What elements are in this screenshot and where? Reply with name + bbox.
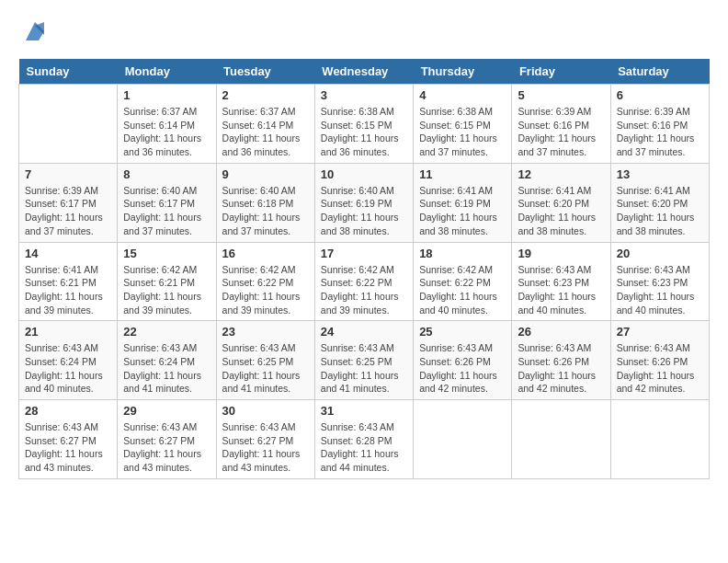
- day-info: Sunrise: 6:37 AMSunset: 6:14 PMDaylight:…: [123, 105, 210, 159]
- day-info: Sunrise: 6:41 AMSunset: 6:20 PMDaylight:…: [518, 184, 604, 238]
- day-number: 1: [123, 88, 210, 102]
- day-cell: 26Sunrise: 6:43 AMSunset: 6:26 PMDayligh…: [512, 321, 610, 400]
- day-info: Sunrise: 6:42 AMSunset: 6:21 PMDaylight:…: [123, 263, 210, 317]
- day-number: 17: [321, 247, 407, 260]
- day-cell: 16Sunrise: 6:42 AMSunset: 6:22 PMDayligh…: [216, 242, 314, 321]
- header-row: SundayMondayTuesdayWednesdayThursdayFrid…: [19, 59, 710, 85]
- column-header-tuesday: Tuesday: [216, 59, 314, 85]
- day-info: Sunrise: 6:38 AMSunset: 6:15 PMDaylight:…: [419, 105, 506, 159]
- page-header: [18, 18, 710, 44]
- day-info: Sunrise: 6:43 AMSunset: 6:23 PMDaylight:…: [518, 263, 604, 317]
- day-info: Sunrise: 6:43 AMSunset: 6:25 PMDaylight:…: [222, 341, 309, 396]
- day-number: 2: [222, 88, 309, 102]
- day-cell: 2Sunrise: 6:37 AMSunset: 6:14 PMDaylight…: [216, 85, 314, 164]
- day-number: 29: [123, 404, 210, 418]
- day-info: Sunrise: 6:43 AMSunset: 6:27 PMDaylight:…: [25, 420, 111, 475]
- day-cell: 28Sunrise: 6:43 AMSunset: 6:27 PMDayligh…: [19, 400, 118, 479]
- day-cell: 6Sunrise: 6:39 AMSunset: 6:16 PMDaylight…: [610, 85, 709, 164]
- day-info: Sunrise: 6:41 AMSunset: 6:19 PMDaylight:…: [419, 184, 506, 238]
- day-cell: 12Sunrise: 6:41 AMSunset: 6:20 PMDayligh…: [512, 163, 610, 242]
- day-info: Sunrise: 6:39 AMSunset: 6:16 PMDaylight:…: [617, 105, 703, 159]
- calendar-body: 1Sunrise: 6:37 AMSunset: 6:14 PMDaylight…: [19, 85, 710, 479]
- day-info: Sunrise: 6:43 AMSunset: 6:23 PMDaylight:…: [617, 263, 703, 317]
- day-number: 4: [419, 88, 506, 102]
- day-cell: 22Sunrise: 6:43 AMSunset: 6:24 PMDayligh…: [118, 321, 216, 400]
- day-info: Sunrise: 6:40 AMSunset: 6:19 PMDaylight:…: [321, 184, 407, 238]
- day-number: 7: [25, 167, 111, 181]
- day-info: Sunrise: 6:43 AMSunset: 6:26 PMDaylight:…: [518, 341, 604, 396]
- day-number: 3: [321, 88, 407, 102]
- day-number: 24: [321, 325, 407, 339]
- day-cell: [512, 400, 610, 479]
- day-cell: 3Sunrise: 6:38 AMSunset: 6:15 PMDaylight…: [314, 85, 413, 164]
- column-header-wednesday: Wednesday: [314, 59, 413, 85]
- day-number: 5: [518, 88, 604, 102]
- day-cell: 17Sunrise: 6:42 AMSunset: 6:22 PMDayligh…: [314, 242, 413, 321]
- day-info: Sunrise: 6:43 AMSunset: 6:28 PMDaylight:…: [321, 420, 407, 475]
- day-info: Sunrise: 6:43 AMSunset: 6:24 PMDaylight:…: [25, 341, 111, 396]
- day-cell: [610, 400, 709, 479]
- day-number: 18: [419, 247, 506, 260]
- day-cell: 25Sunrise: 6:43 AMSunset: 6:26 PMDayligh…: [414, 321, 512, 400]
- day-number: 27: [617, 325, 703, 339]
- day-number: 19: [518, 247, 604, 260]
- day-cell: 10Sunrise: 6:40 AMSunset: 6:19 PMDayligh…: [314, 163, 413, 242]
- day-number: 22: [123, 325, 210, 339]
- day-cell: [414, 400, 512, 479]
- day-cell: 23Sunrise: 6:43 AMSunset: 6:25 PMDayligh…: [216, 321, 314, 400]
- day-number: 28: [25, 404, 111, 418]
- day-cell: 24Sunrise: 6:43 AMSunset: 6:25 PMDayligh…: [314, 321, 413, 400]
- day-cell: 9Sunrise: 6:40 AMSunset: 6:18 PMDaylight…: [216, 163, 314, 242]
- day-cell: 27Sunrise: 6:43 AMSunset: 6:26 PMDayligh…: [610, 321, 709, 400]
- day-number: 23: [222, 325, 309, 339]
- day-cell: 29Sunrise: 6:43 AMSunset: 6:27 PMDayligh…: [118, 400, 216, 479]
- day-cell: 31Sunrise: 6:43 AMSunset: 6:28 PMDayligh…: [314, 400, 413, 479]
- calendar-table: SundayMondayTuesdayWednesdayThursdayFrid…: [18, 59, 710, 479]
- day-cell: 15Sunrise: 6:42 AMSunset: 6:21 PMDayligh…: [118, 242, 216, 321]
- day-cell: 11Sunrise: 6:41 AMSunset: 6:19 PMDayligh…: [414, 163, 512, 242]
- column-header-monday: Monday: [118, 59, 216, 85]
- day-info: Sunrise: 6:43 AMSunset: 6:24 PMDaylight:…: [123, 341, 210, 396]
- column-header-thursday: Thursday: [414, 59, 512, 85]
- day-cell: 14Sunrise: 6:41 AMSunset: 6:21 PMDayligh…: [19, 242, 118, 321]
- day-cell: 13Sunrise: 6:41 AMSunset: 6:20 PMDayligh…: [610, 163, 709, 242]
- day-number: 20: [617, 247, 703, 260]
- day-cell: 30Sunrise: 6:43 AMSunset: 6:27 PMDayligh…: [216, 400, 314, 479]
- day-number: 9: [222, 167, 309, 181]
- day-info: Sunrise: 6:42 AMSunset: 6:22 PMDaylight:…: [419, 263, 506, 317]
- day-number: 10: [321, 167, 407, 181]
- day-info: Sunrise: 6:43 AMSunset: 6:27 PMDaylight:…: [123, 420, 210, 475]
- day-cell: 8Sunrise: 6:40 AMSunset: 6:17 PMDaylight…: [118, 163, 216, 242]
- day-cell: [19, 85, 118, 164]
- day-number: 26: [518, 325, 604, 339]
- calendar-header: SundayMondayTuesdayWednesdayThursdayFrid…: [19, 59, 710, 85]
- day-number: 6: [617, 88, 703, 102]
- day-info: Sunrise: 6:42 AMSunset: 6:22 PMDaylight:…: [321, 263, 407, 317]
- day-cell: 1Sunrise: 6:37 AMSunset: 6:14 PMDaylight…: [118, 85, 216, 164]
- week-row-2: 7Sunrise: 6:39 AMSunset: 6:17 PMDaylight…: [19, 163, 710, 242]
- day-info: Sunrise: 6:41 AMSunset: 6:20 PMDaylight:…: [617, 184, 703, 238]
- day-cell: 21Sunrise: 6:43 AMSunset: 6:24 PMDayligh…: [19, 321, 118, 400]
- week-row-1: 1Sunrise: 6:37 AMSunset: 6:14 PMDaylight…: [19, 85, 710, 164]
- day-number: 30: [222, 404, 309, 418]
- day-cell: 19Sunrise: 6:43 AMSunset: 6:23 PMDayligh…: [512, 242, 610, 321]
- day-info: Sunrise: 6:41 AMSunset: 6:21 PMDaylight:…: [25, 263, 111, 317]
- week-row-5: 28Sunrise: 6:43 AMSunset: 6:27 PMDayligh…: [19, 400, 710, 479]
- day-info: Sunrise: 6:38 AMSunset: 6:15 PMDaylight:…: [321, 105, 407, 159]
- day-cell: 7Sunrise: 6:39 AMSunset: 6:17 PMDaylight…: [19, 163, 118, 242]
- day-info: Sunrise: 6:39 AMSunset: 6:16 PMDaylight:…: [518, 105, 604, 159]
- day-number: 16: [222, 247, 309, 260]
- column-header-saturday: Saturday: [610, 59, 709, 85]
- day-cell: 4Sunrise: 6:38 AMSunset: 6:15 PMDaylight…: [414, 85, 512, 164]
- day-number: 25: [419, 325, 506, 339]
- day-info: Sunrise: 6:37 AMSunset: 6:14 PMDaylight:…: [222, 105, 309, 159]
- logo-icon: [22, 18, 48, 44]
- day-info: Sunrise: 6:40 AMSunset: 6:18 PMDaylight:…: [222, 184, 309, 238]
- day-info: Sunrise: 6:43 AMSunset: 6:26 PMDaylight:…: [419, 341, 506, 396]
- day-info: Sunrise: 6:43 AMSunset: 6:27 PMDaylight:…: [222, 420, 309, 475]
- week-row-3: 14Sunrise: 6:41 AMSunset: 6:21 PMDayligh…: [19, 242, 710, 321]
- column-header-sunday: Sunday: [19, 59, 118, 85]
- week-row-4: 21Sunrise: 6:43 AMSunset: 6:24 PMDayligh…: [19, 321, 710, 400]
- day-info: Sunrise: 6:43 AMSunset: 6:25 PMDaylight:…: [321, 341, 407, 396]
- day-number: 31: [321, 404, 407, 418]
